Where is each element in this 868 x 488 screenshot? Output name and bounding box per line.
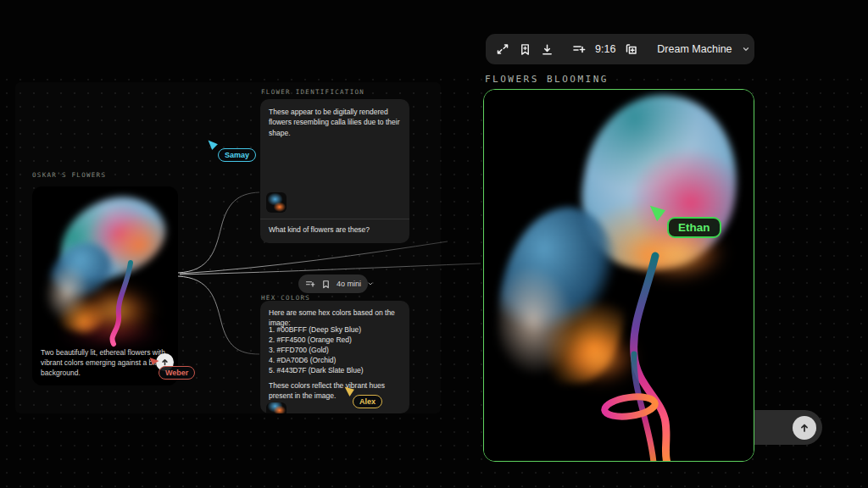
hex-color-item: 1. #00BFFF (Deep Sky Blue) xyxy=(269,324,361,335)
workspace-title[interactable]: Dream Machine xyxy=(657,43,732,55)
samay-cursor-icon xyxy=(208,140,219,151)
send-button[interactable] xyxy=(793,416,816,440)
alex-cursor-label: Alex xyxy=(353,395,382,408)
left-card-label: OSKAR'S FLOWERS xyxy=(32,171,106,179)
model-pill-label[interactable]: 4o mini xyxy=(337,280,361,288)
model-selector-pill[interactable]: 4o mini xyxy=(298,274,368,293)
hex-color-item: 2. #FF4500 (Orange Red) xyxy=(269,335,352,345)
duplicate-add-icon[interactable] xyxy=(625,42,638,56)
flower-stem xyxy=(484,90,754,461)
hex-color-item: 4. #DA70D6 (Orchid) xyxy=(269,355,336,365)
flower-id-label: FLOWER IDENTIFICATION xyxy=(261,88,364,96)
hex-color-item: 5. #443D7F (Dark Slate Blue) xyxy=(269,365,364,375)
card-divider xyxy=(260,219,409,219)
flowers-blooming-panel[interactable] xyxy=(483,89,754,462)
hex-outro: These colors reflect the vibrant hues pr… xyxy=(269,380,404,402)
weber-cursor-label: Weber xyxy=(159,366,195,380)
hex-color-item: 3. #FFD700 (Gold) xyxy=(269,345,329,355)
canvas[interactable]: OSKAR'S FLOWERS Two beautifully lit, eth… xyxy=(0,0,868,488)
attached-image-thumbnail[interactable] xyxy=(266,192,287,213)
assistant-response: These appear to be digitally rendered fl… xyxy=(269,107,403,138)
right-panel-label: FLOWERS BLOOMING xyxy=(485,74,609,85)
hex-colors-card[interactable]: Here are some hex colors based on the im… xyxy=(260,301,409,413)
flower-stem xyxy=(32,186,178,347)
playlist-add-icon[interactable] xyxy=(305,279,315,289)
download-icon[interactable] xyxy=(541,43,554,56)
bookmark-add-icon[interactable] xyxy=(321,280,331,289)
attached-image-thumbnail[interactable] xyxy=(266,402,287,413)
alex-cursor-icon xyxy=(344,386,355,397)
samay-cursor-label: Samay xyxy=(218,148,256,162)
ethan-cursor-icon xyxy=(649,205,666,222)
playlist-add-icon[interactable] xyxy=(572,42,586,56)
weber-cursor-icon xyxy=(149,356,159,366)
top-toolbar[interactable]: 9:16 Dream Machine xyxy=(486,34,754,64)
ethan-cursor-label: Ethan xyxy=(667,217,721,238)
aspect-ratio-label[interactable]: 9:16 xyxy=(595,43,615,55)
expand-icon[interactable] xyxy=(496,42,509,56)
chevron-down-icon[interactable] xyxy=(367,280,374,287)
flower-id-card[interactable]: These appear to be digitally rendered fl… xyxy=(260,99,409,243)
arrow-up-icon xyxy=(798,422,810,434)
user-question: What kind of flowers are these? xyxy=(269,225,403,235)
right-flower-image xyxy=(484,90,754,461)
bookmark-add-icon[interactable] xyxy=(519,43,531,56)
chevron-down-icon[interactable] xyxy=(742,45,750,53)
